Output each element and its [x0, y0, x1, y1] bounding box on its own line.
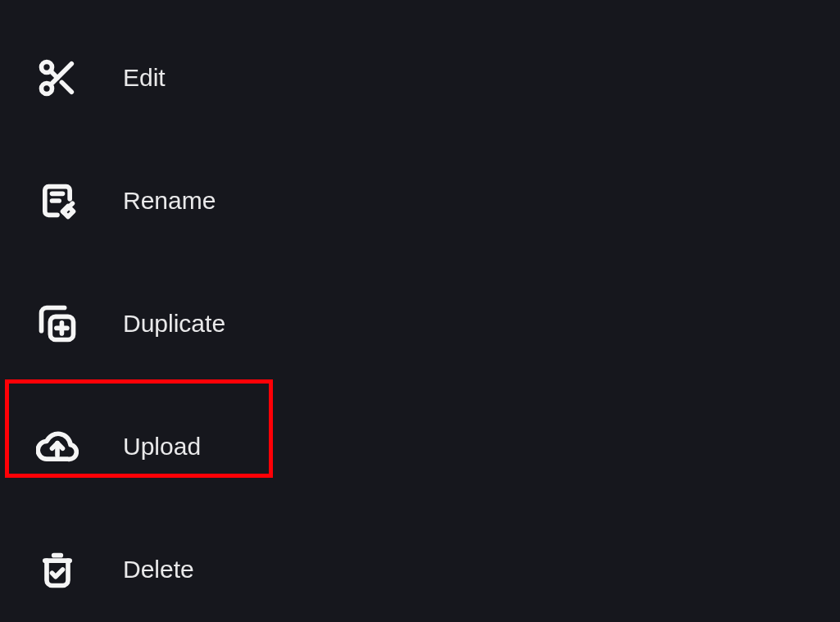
trash-icon [34, 547, 80, 592]
svg-line-4 [51, 71, 57, 78]
edit-note-icon [34, 178, 80, 224]
menu-item-delete[interactable]: Delete [0, 508, 840, 622]
cloud-upload-icon [34, 424, 80, 470]
menu-item-label: Delete [123, 556, 194, 583]
svg-line-3 [61, 82, 71, 92]
scissors-icon [34, 55, 80, 101]
menu-item-label: Upload [123, 433, 201, 461]
menu-item-duplicate[interactable]: Duplicate [0, 262, 840, 385]
menu-item-label: Rename [123, 187, 216, 215]
menu-item-edit[interactable]: Edit [0, 16, 840, 139]
menu-item-label: Edit [123, 64, 166, 92]
menu-item-rename[interactable]: Rename [0, 139, 840, 262]
copy-plus-icon [34, 301, 80, 347]
menu-item-upload[interactable]: Upload [0, 385, 840, 508]
context-menu: Edit Rename Duplicate [0, 0, 840, 622]
menu-item-label: Duplicate [123, 310, 225, 338]
